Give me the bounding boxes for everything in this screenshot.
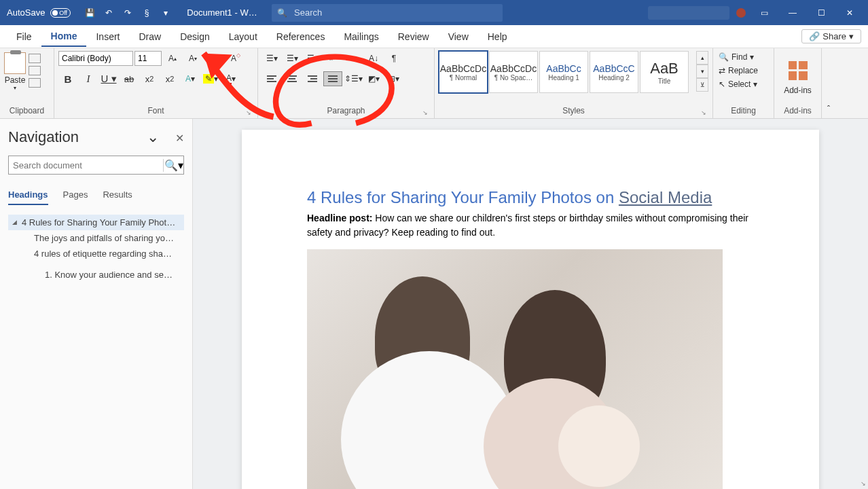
decrease-indent-icon[interactable]: ⇤ xyxy=(323,51,342,66)
nav-heading-item[interactable]: The joys and pitfalls of sharing yo… xyxy=(8,230,184,246)
subscript-button[interactable]: x2 xyxy=(140,71,159,86)
nav-heading-item[interactable]: ◢4 Rules for Sharing Your Family Phot… xyxy=(8,215,184,230)
doc-image[interactable] xyxy=(307,249,723,489)
style-box[interactable]: AaBbCcCHeading 2 xyxy=(590,51,638,93)
font-color-icon[interactable]: A▾ xyxy=(221,71,240,86)
save-icon[interactable]: 💾 xyxy=(84,7,95,18)
font-group: A▴ A▾ Aa▾ A◇ B I U ▾ ab x2 x2 A▾ ✎▾ A▾ F… xyxy=(54,48,258,118)
align-left-icon[interactable] xyxy=(262,71,281,86)
numbering-icon[interactable]: ☰▾ xyxy=(283,51,302,66)
find-button[interactable]: 🔍Find ▾ xyxy=(717,51,755,63)
underline-button[interactable]: U ▾ xyxy=(99,71,118,86)
bold-button[interactable]: B xyxy=(58,71,77,86)
styles-scroll-down-icon[interactable]: ▾ xyxy=(696,65,708,78)
nav-heading-item[interactable]: 4 rules of etiquette regarding sha… xyxy=(8,246,184,261)
align-center-icon[interactable] xyxy=(283,71,302,86)
menu-mailings[interactable]: Mailings xyxy=(334,27,388,46)
menu-home[interactable]: Home xyxy=(41,26,87,47)
find-icon: 🔍 xyxy=(719,52,729,62)
bullets-icon[interactable]: ☰▾ xyxy=(262,51,281,66)
menu-design[interactable]: Design xyxy=(170,27,219,46)
nav-close-icon[interactable]: ✕ xyxy=(175,132,184,144)
addins-button[interactable]: Add-ins xyxy=(778,51,817,105)
copy-icon[interactable] xyxy=(29,66,41,75)
nav-heading-item[interactable]: ◢ xyxy=(8,261,184,267)
quick-access-toolbar: 💾 ↶ ↷ § ▾ xyxy=(77,7,178,18)
redo-icon[interactable]: ↷ xyxy=(122,7,133,18)
grow-font-icon[interactable]: A▴ xyxy=(163,51,182,66)
styles-scroll-up-icon[interactable]: ▴ xyxy=(696,51,708,65)
nav-search[interactable]: 🔍▾ xyxy=(8,156,184,175)
clear-format-icon[interactable]: A◇ xyxy=(224,51,243,66)
style-box[interactable]: AaBTitle xyxy=(640,51,689,93)
doc-heading-link[interactable]: Social Media xyxy=(619,188,712,206)
style-box[interactable]: AaBbCcHeading 1 xyxy=(539,51,588,93)
replace-button[interactable]: ⇄Replace xyxy=(717,65,759,77)
highlight-icon[interactable]: ✎▾ xyxy=(201,71,220,86)
undo-icon[interactable]: ↶ xyxy=(103,7,114,18)
menu-references[interactable]: References xyxy=(267,27,335,46)
style-box[interactable]: AaBbCcDc¶ Normal xyxy=(439,51,488,93)
clipboard-group: Paste ▾ Clipboard ↘ xyxy=(0,48,54,118)
sort-icon[interactable]: A↓ xyxy=(364,51,383,66)
minimize-icon[interactable]: — xyxy=(788,8,797,18)
nav-options-icon[interactable]: ⌄ xyxy=(147,128,159,145)
nav-tab-results[interactable]: Results xyxy=(103,189,132,205)
menu-review[interactable]: Review xyxy=(388,27,439,46)
doc-heading[interactable]: 4 Rules for Sharing Your Family Photos o… xyxy=(307,188,754,207)
nav-heading-item[interactable]: 1. Know your audience and se… xyxy=(8,267,184,283)
document-area[interactable]: 4 Rules for Sharing Your Family Photos o… xyxy=(193,119,868,489)
menu-insert[interactable]: Insert xyxy=(86,27,129,46)
font-launcher-icon[interactable]: ↘ xyxy=(246,109,251,116)
autosave-label: AutoSave xyxy=(7,7,45,18)
close-icon[interactable]: ✕ xyxy=(845,8,854,18)
shading-icon[interactable]: ◩▾ xyxy=(364,71,383,86)
styles-expand-icon[interactable]: ⊻ xyxy=(696,78,708,92)
paste-button[interactable]: Paste ▾ xyxy=(4,51,26,91)
menu-file[interactable]: File xyxy=(7,27,41,46)
nav-tab-headings[interactable]: Headings xyxy=(8,189,48,205)
doc-paragraph[interactable]: Headline post: How can we share our chil… xyxy=(307,211,754,240)
justify-icon[interactable] xyxy=(323,71,342,86)
font-size-select[interactable] xyxy=(134,51,162,66)
share-button[interactable]: 🔗 Share ▾ xyxy=(801,29,861,43)
format-painter-icon[interactable] xyxy=(29,78,41,88)
touch-mode-icon[interactable]: § xyxy=(141,7,152,18)
font-name-select[interactable] xyxy=(58,51,133,66)
search-input[interactable] xyxy=(294,7,497,18)
menu-draw[interactable]: Draw xyxy=(129,27,170,46)
autosave-toggle[interactable]: AutoSave Off xyxy=(0,7,77,18)
nav-search-icon[interactable]: 🔍▾ xyxy=(163,159,183,172)
menu-view[interactable]: View xyxy=(439,27,478,46)
cut-icon[interactable] xyxy=(29,54,41,63)
nav-search-input[interactable] xyxy=(9,160,163,170)
qat-dropdown-icon[interactable]: ▾ xyxy=(160,7,171,18)
style-box[interactable]: AaBbCcDc¶ No Spac… xyxy=(489,51,538,93)
paragraph-launcher-icon[interactable]: ↘ xyxy=(422,109,428,116)
change-case-icon[interactable]: Aa▾ xyxy=(204,51,223,66)
italic-button[interactable]: I xyxy=(79,71,98,86)
addins-icon xyxy=(789,61,808,80)
account-area[interactable] xyxy=(648,6,729,20)
shrink-font-icon[interactable]: A▾ xyxy=(183,51,202,66)
multilevel-icon[interactable]: ☰▾ xyxy=(303,51,322,66)
nav-tab-pages[interactable]: Pages xyxy=(63,189,88,205)
menu-help[interactable]: Help xyxy=(478,27,517,46)
styles-launcher-icon[interactable]: ↘ xyxy=(701,109,706,116)
menu-layout[interactable]: Layout xyxy=(219,27,267,46)
menu-bar: File Home Insert Draw Design Layout Refe… xyxy=(0,25,868,48)
text-effects-icon[interactable]: A▾ xyxy=(181,71,200,86)
maximize-icon[interactable]: ☐ xyxy=(816,8,826,18)
show-marks-icon[interactable]: ¶ xyxy=(384,51,403,66)
align-right-icon[interactable] xyxy=(303,71,322,86)
increase-indent-icon[interactable]: ⇥ xyxy=(344,51,363,66)
superscript-button[interactable]: x2 xyxy=(160,71,179,86)
search-box[interactable]: 🔍 xyxy=(272,4,503,22)
line-spacing-icon[interactable]: ⇕☰▾ xyxy=(344,71,363,86)
collapse-ribbon-icon[interactable]: ˆ xyxy=(822,48,835,118)
select-button[interactable]: ↖Select ▾ xyxy=(717,78,759,90)
strikethrough-button[interactable]: ab xyxy=(120,71,139,86)
select-icon: ↖ xyxy=(719,79,725,89)
ribbon-display-icon[interactable]: ▭ xyxy=(759,8,769,18)
borders-icon[interactable]: ⊞▾ xyxy=(384,71,403,86)
